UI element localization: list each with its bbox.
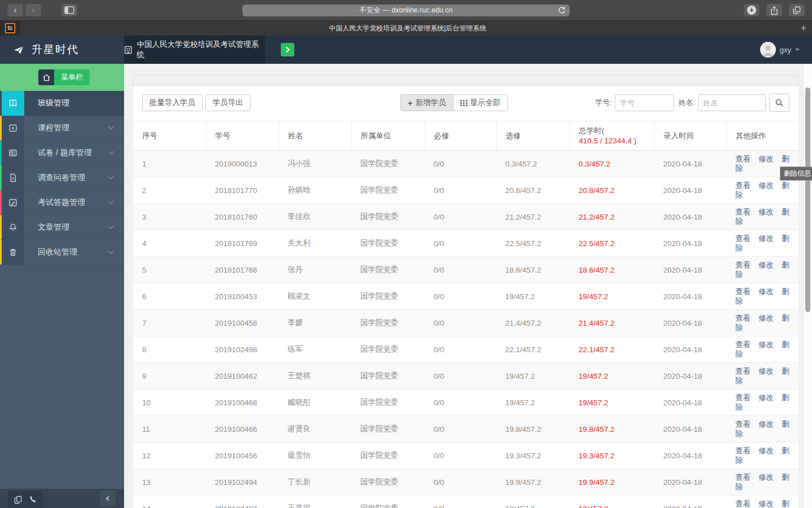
cell-elective: 21.4/457.2	[496, 310, 570, 336]
cell-name: 谢贤良	[279, 416, 351, 443]
cell-index: 8	[133, 336, 206, 363]
view-link[interactable]: 查看	[735, 261, 751, 269]
edit-link[interactable]: 修改	[758, 261, 774, 269]
cell-total-hours: 19/457.2	[570, 496, 654, 508]
cell-name: 戢雪怡	[279, 443, 351, 469]
cell-actions: 查看修改删除	[726, 310, 798, 336]
edit-link[interactable]: 修改	[758, 287, 774, 296]
browser-chrome: ‹ › 不安全 — dxonline.ruc.edu.cn	[0, 0, 812, 20]
view-link[interactable]: 查看	[735, 446, 751, 455]
view-link[interactable]: 查看	[735, 155, 751, 163]
view-link[interactable]: 查看	[735, 367, 751, 375]
cell-required: 0/0	[425, 389, 496, 416]
edit-link[interactable]: 修改	[758, 393, 774, 402]
edit-link[interactable]: 修改	[758, 234, 774, 243]
view-link[interactable]: 查看	[735, 234, 751, 243]
user-menu[interactable]: gxy	[760, 42, 800, 58]
student-id-input[interactable]	[615, 94, 674, 111]
view-link[interactable]: 查看	[735, 340, 751, 349]
home-icon	[42, 73, 51, 82]
sidebar-item-survey-mgmt[interactable]: 调查问卷管理	[0, 165, 124, 190]
home-button[interactable]	[38, 69, 54, 85]
paper-plane-logo-icon	[12, 45, 25, 55]
edit-link[interactable]: 修改	[758, 314, 774, 322]
download-icon	[747, 5, 757, 15]
edit-link[interactable]: 修改	[758, 500, 774, 508]
sidebar-item-recycle-mgmt[interactable]: 回收站管理	[0, 240, 124, 265]
cell-required: 0/0	[425, 151, 496, 177]
cell-elective: 19.3/457.2	[496, 443, 570, 469]
edit-link[interactable]: 修改	[758, 473, 774, 481]
view-link[interactable]: 查看	[735, 181, 751, 190]
cell-required: 0/0	[425, 257, 496, 283]
sidebar-collapse-button[interactable]	[100, 491, 116, 506]
edit-link[interactable]: 修改	[758, 446, 774, 455]
add-student-button[interactable]: +新增学员	[400, 94, 453, 111]
sidebar-item-course-mgmt[interactable]: 课程管理	[0, 116, 124, 141]
cell-index: 9	[133, 363, 206, 389]
cell-total-hours: 18.6/457.2	[570, 257, 654, 283]
sidebar-menu: 班级管理 课程管理 试卷 / 题库管理 调查问卷管理	[0, 91, 124, 265]
new-tab-button[interactable]: +	[795, 23, 812, 33]
pinned-tab[interactable]: 知	[0, 21, 20, 36]
forward-button[interactable]: ›	[25, 4, 41, 16]
cell-index: 4	[133, 230, 206, 257]
copy-document-button[interactable]	[14, 496, 22, 504]
chevron-down-icon	[108, 224, 114, 229]
chevron-down-icon	[108, 199, 114, 204]
site-favicon: 知	[5, 23, 15, 33]
view-link[interactable]: 查看	[735, 208, 751, 216]
edit-link[interactable]: 修改	[758, 155, 774, 163]
reload-button[interactable]	[558, 6, 566, 14]
edit-link[interactable]: 修改	[758, 181, 774, 190]
cell-elective: 18.6/457.2	[496, 257, 570, 283]
tabs-overview-button[interactable]	[789, 4, 805, 16]
cell-name: 孙炳晗	[279, 177, 351, 204]
export-students-button[interactable]: 学员导出	[205, 94, 250, 111]
view-link[interactable]: 查看	[735, 473, 751, 481]
cell-date: 2020-04-18	[654, 389, 726, 416]
cell-required: 0/0	[425, 310, 496, 336]
active-tab-title[interactable]: 中国人民大学党校培训及考试管理系统|后台管理系统	[20, 24, 795, 33]
downloads-button[interactable]	[744, 4, 760, 16]
search-button[interactable]	[769, 94, 789, 112]
view-link[interactable]: 查看	[735, 393, 751, 402]
scrollbar-thumb[interactable]	[805, 87, 810, 312]
menu-bar-button[interactable]: 菜单栏	[54, 69, 90, 85]
plus-icon: +	[408, 98, 413, 108]
back-button[interactable]: ‹	[7, 4, 23, 16]
share-button[interactable]	[766, 4, 782, 16]
cell-student-id: 2018101760	[206, 204, 279, 230]
batch-import-button[interactable]: 批量导入学员	[142, 94, 202, 111]
edit-link[interactable]: 修改	[758, 208, 774, 216]
cell-index: 10	[133, 389, 206, 416]
sidebar-item-exam-answer-mgmt[interactable]: 考试答题管理	[0, 190, 124, 215]
cell-unit: 国学院党委	[351, 496, 425, 508]
table-row: 1 2019000013 冯小强 国学院党委 0/0 0.3/457.2 0.3…	[133, 151, 798, 177]
phone-button[interactable]	[29, 496, 37, 503]
sidebar-item-article-mgmt[interactable]: 文章管理	[0, 215, 124, 240]
cell-student-id: 2018101770	[206, 177, 279, 204]
share-icon	[770, 6, 779, 15]
search-area: 学号: 姓名:	[595, 94, 789, 112]
cell-total-hours: 19/457.2	[570, 363, 654, 389]
caret-down-icon	[795, 49, 800, 51]
address-bar[interactable]: 不安全 — dxonline.ruc.edu.cn	[242, 5, 570, 16]
sidebar-item-class-mgmt[interactable]: 班级管理	[0, 91, 124, 116]
cell-required: 0/0	[425, 177, 496, 204]
cell-actions: 查看修改删除	[726, 469, 798, 496]
show-all-button[interactable]: 显示全部	[453, 94, 508, 111]
sidebar-item-exam-bank-mgmt[interactable]: 试卷 / 题库管理	[0, 141, 124, 165]
view-link[interactable]: 查看	[735, 314, 751, 322]
nav-forward-button[interactable]	[281, 43, 294, 56]
view-link[interactable]: 查看	[735, 500, 751, 508]
name-input[interactable]	[698, 94, 766, 111]
view-link[interactable]: 查看	[735, 420, 751, 428]
edit-link[interactable]: 修改	[758, 340, 774, 349]
student-table-body: 1 2019000013 冯小强 国学院党委 0/0 0.3/457.2 0.3…	[133, 151, 798, 508]
scrollbar-track[interactable]	[803, 64, 812, 508]
edit-link[interactable]: 修改	[758, 367, 774, 375]
view-link[interactable]: 查看	[735, 287, 751, 296]
sidebar-toggle-button[interactable]	[61, 4, 77, 16]
edit-link[interactable]: 修改	[758, 420, 774, 428]
